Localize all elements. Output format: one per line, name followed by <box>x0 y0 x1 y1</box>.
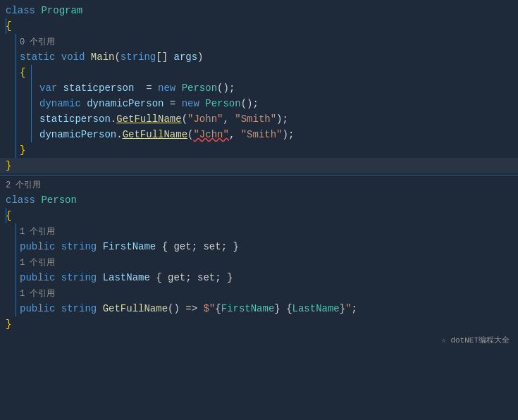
line-class-person: class Person <box>0 192 518 208</box>
brace-main-close: } <box>20 144 25 156</box>
ref-count-gfn: 1 个引用 <box>20 288 55 299</box>
guide-v2 <box>16 34 16 49</box>
kw-dynamic: dynamic <box>39 98 87 109</box>
guide-v11 <box>31 111 32 127</box>
prop-firstname: FirstName <box>103 241 156 252</box>
assign2: = <box>164 98 181 109</box>
keyword-class2: class <box>6 194 41 206</box>
str-jchn: "Jchn" <box>193 129 228 140</box>
bracket-array: [] <box>156 51 173 63</box>
class-program-name: Program <box>41 5 82 16</box>
line-ref-ln: 1 个引用 <box>0 254 518 270</box>
kw-string: string <box>121 51 156 63</box>
guide-p6 <box>16 285 16 301</box>
brace-person-close: } <box>6 319 11 330</box>
line-open-brace-person: { <box>0 208 518 223</box>
str-space <box>280 303 286 314</box>
guide-v5 <box>31 65 32 80</box>
line-ref-2: 2 个引用 <box>0 177 518 192</box>
guide-v10 <box>16 111 16 127</box>
kw-void: void <box>61 51 91 63</box>
assign1: = <box>134 82 158 94</box>
method-getfull1: GetFullName <box>116 113 181 125</box>
parens2: (); <box>241 98 259 109</box>
kw-new2: new <box>182 98 206 109</box>
interp-ln: LastName <box>292 303 340 314</box>
line-ref-0: 0 个引用 <box>0 34 518 49</box>
line-close-brace-person: } <box>0 316 518 332</box>
guide-v6 <box>16 80 16 96</box>
comma2: , <box>229 129 241 140</box>
paren-a1: ( <box>182 113 187 125</box>
brace-main-open: { <box>20 67 25 78</box>
line-close-brace-program: } <box>0 158 518 173</box>
var-dynamicperson: dynamicPerson <box>87 98 164 109</box>
dot1: . <box>111 113 116 125</box>
line-class-program: class Program <box>0 3 518 18</box>
semicolon-end: ; <box>352 303 357 314</box>
guide-v4 <box>16 65 16 80</box>
paren-a2: ); <box>276 113 288 125</box>
line-ref-gfn: 1 个引用 <box>0 285 518 301</box>
ref-count-fn: 1 个引用 <box>20 226 55 237</box>
watermark-icon: ☆ <box>441 335 450 345</box>
guide-v14 <box>16 142 16 158</box>
brace-person-open: { <box>6 210 11 221</box>
line-open-brace-program: { <box>0 18 518 34</box>
guide-p5 <box>16 270 16 285</box>
getset2: { get; set; } <box>150 272 233 283</box>
dot2: . <box>116 129 122 140</box>
interp-open1: { <box>215 303 221 314</box>
kw-string1: string <box>61 241 103 252</box>
kw-string2: string <box>61 272 103 283</box>
parens-empty: () => <box>168 303 203 314</box>
keyword-class: class <box>6 5 41 16</box>
guide-v9 <box>31 96 32 111</box>
line-close-brace-main: } <box>0 142 518 158</box>
ref-staticperson: staticperson <box>39 113 111 125</box>
getset1: { get; set; } <box>156 241 239 252</box>
guide-v7 <box>31 80 32 96</box>
interp-fn: FirstName <box>221 303 275 314</box>
ref-count-0: 0 个引用 <box>20 36 55 48</box>
paren-b2: ); <box>283 129 295 140</box>
guide-v12 <box>16 127 16 142</box>
line-firstname: public string FirstName { get; set; } <box>0 239 518 254</box>
ref-count-ln: 1 个引用 <box>20 257 55 268</box>
str-john: "John" <box>187 113 223 125</box>
comma1: , <box>223 113 235 125</box>
line-dynamic: dynamic dynamicPerson = new Person(); <box>0 96 518 111</box>
guide-p1 <box>6 208 6 223</box>
paren-close: ) <box>197 51 203 63</box>
kw-new1: new <box>158 82 182 94</box>
method-getfullname: GetFullName <box>103 303 168 314</box>
kw-var: var <box>39 82 63 94</box>
param-args: args <box>173 51 197 63</box>
brace-open: { <box>6 20 11 32</box>
str-smith1: "Smith" <box>235 113 276 125</box>
class-person1: Person <box>182 82 217 94</box>
line-dynamic-getfull: dynamicPerson.GetFullName("Jchn", "Smith… <box>0 127 518 142</box>
var-staticperson: staticperson <box>63 82 135 94</box>
guide-p2 <box>16 223 16 239</box>
guide-p4 <box>16 254 16 270</box>
line-ref-fn: 1 个引用 <box>0 223 518 239</box>
line-getfullname: public string GetFullName() => $"{FirstN… <box>0 301 518 316</box>
parens1: (); <box>217 82 235 94</box>
method-main: Main <box>91 51 115 63</box>
code-editor: class Program { 0 个引用 static void Main(s… <box>0 0 518 420</box>
prop-lastname: LastName <box>103 272 150 283</box>
paren-open: ( <box>114 51 120 63</box>
guide-p7 <box>16 301 16 316</box>
interp-open2: { <box>286 303 292 314</box>
str-end-quote: " <box>345 303 351 314</box>
str-smith2: "Smith" <box>241 129 283 140</box>
ref-dynamicperson: dynamicPerson <box>39 129 116 140</box>
method-getfull2: GetFullName <box>123 129 187 140</box>
brace-program-close: } <box>6 160 11 171</box>
line-main-method: static void Main(string[] args) <box>0 49 518 65</box>
interp-close2: } <box>340 303 345 314</box>
watermark-text: dotNET编程大全 <box>450 335 510 345</box>
line-lastname: public string LastName { get; set; } <box>0 270 518 285</box>
separator <box>0 175 518 175</box>
